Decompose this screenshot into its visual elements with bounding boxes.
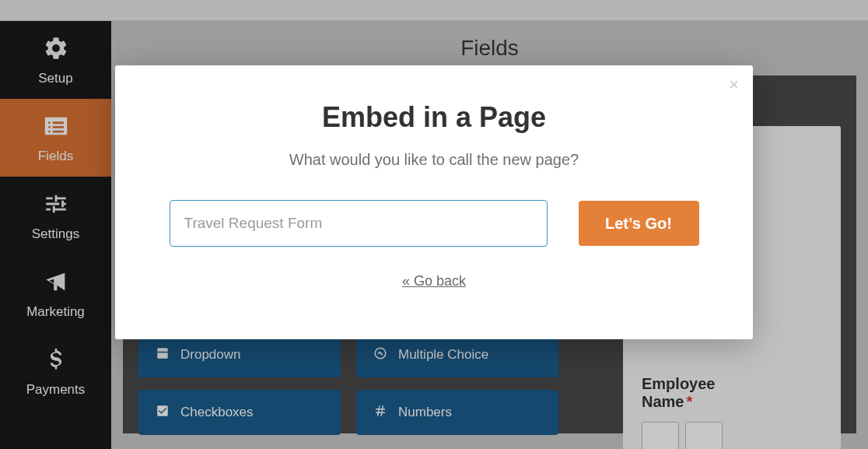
modal-overlay[interactable]: × Embed in a Page What would you like to… xyxy=(0,0,868,449)
embed-modal: × Embed in a Page What would you like to… xyxy=(115,65,753,339)
close-icon[interactable]: × xyxy=(729,76,739,93)
go-back-link[interactable]: « Go back xyxy=(402,273,466,289)
page-name-input[interactable] xyxy=(170,200,548,247)
modal-title: Embed in a Page xyxy=(162,101,706,134)
modal-subtitle: What would you like to call the new page… xyxy=(162,151,706,169)
lets-go-button[interactable]: Let’s Go! xyxy=(579,201,699,246)
